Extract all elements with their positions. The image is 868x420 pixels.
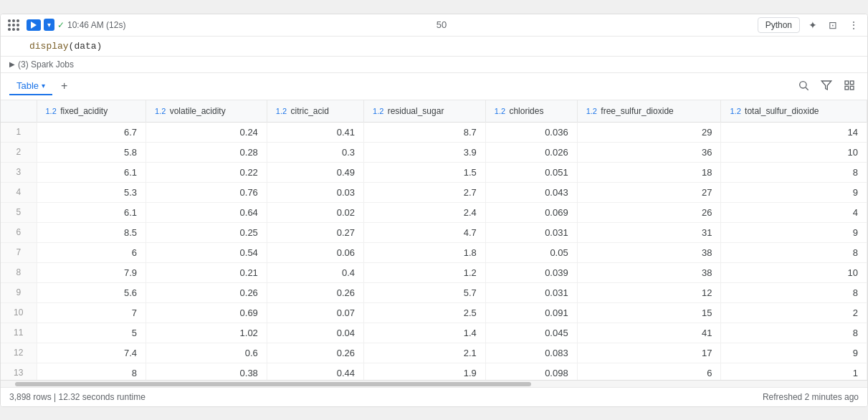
- col-label-fixed-acidity: fixed_acidity: [60, 106, 108, 116]
- col-label-residual-sugar: residual_sugar: [388, 106, 444, 116]
- data-cell: 38: [577, 242, 721, 262]
- layout-button[interactable]: [840, 77, 859, 95]
- data-cell: 0.26: [146, 282, 267, 302]
- expand-button[interactable]: ⊡: [826, 18, 840, 32]
- data-cell: 0.54: [146, 242, 267, 262]
- data-cell: 3.9: [364, 142, 486, 162]
- data-cell: 9: [721, 182, 867, 202]
- data-cell: 0.26: [267, 282, 363, 302]
- data-cell: 6.1: [37, 202, 146, 222]
- type-badge-total-sulfur: 1.2: [730, 107, 740, 115]
- col-header-citric-acid[interactable]: 1.2 citric_acid: [267, 100, 363, 123]
- data-cell: 0.026: [485, 142, 577, 162]
- data-cell: 1.2: [364, 262, 486, 282]
- horizontal-scrollbar[interactable]: [1, 380, 867, 387]
- col-label-free-sulfur: free_sulfur_dioxide: [601, 106, 673, 116]
- row-num-cell: 10: [1, 302, 37, 323]
- data-cell: 41: [577, 323, 721, 343]
- data-cell: 6: [37, 242, 146, 262]
- data-cell: 0.22: [146, 162, 267, 182]
- filter-button[interactable]: [817, 77, 836, 95]
- table-row: 1380.380.441.90.09861: [1, 363, 867, 380]
- table-row: 25.80.280.33.90.0263610: [1, 142, 867, 162]
- data-cell: 0.49: [267, 162, 363, 182]
- col-header-volatile-acidity[interactable]: 1.2 volatile_acidity: [146, 100, 267, 123]
- data-cell: 29: [577, 122, 721, 142]
- type-badge-free-sulfur: 1.2: [586, 107, 597, 115]
- data-cell: 8: [37, 363, 146, 380]
- data-cell: 0.039: [485, 262, 577, 282]
- search-button[interactable]: [794, 77, 813, 95]
- data-cell: 36: [577, 142, 721, 162]
- data-cell: 0.031: [485, 222, 577, 242]
- cell-toolbar: ▾ ✓ 10:46 AM (12s) 50 Python ✦ ⊡ ⋮: [1, 14, 867, 37]
- data-cell: 5.7: [364, 282, 486, 302]
- cell-footer: 3,898 rows | 12.32 seconds runtime Refre…: [1, 387, 867, 406]
- col-header-fixed-acidity[interactable]: 1.2 fixed_acidity: [37, 100, 146, 123]
- data-cell: 0.069: [485, 202, 577, 222]
- status-check-icon: ✓: [57, 20, 65, 30]
- row-num-cell: 13: [1, 363, 37, 380]
- spark-jobs-row[interactable]: ▶ (3) Spark Jobs: [1, 57, 867, 73]
- data-cell: 8.5: [37, 222, 146, 242]
- svg-line-1: [806, 87, 809, 90]
- data-cell: 1.4: [364, 323, 486, 343]
- type-badge-citric-acid: 1.2: [276, 107, 287, 115]
- table-row: 1151.020.041.40.045418: [1, 323, 867, 343]
- python-button[interactable]: Python: [758, 17, 800, 33]
- row-num-cell: 9: [1, 282, 37, 302]
- data-cell: 8: [721, 242, 867, 262]
- col-header-chlorides[interactable]: 1.2 chlorides: [485, 100, 577, 123]
- data-cell: 12: [577, 282, 721, 302]
- col-header-residual-sugar[interactable]: 1.2 residual_sugar: [364, 100, 486, 123]
- data-cell: 0.02: [267, 202, 363, 222]
- row-num-cell: 2: [1, 142, 37, 162]
- data-cell: 7.9: [37, 262, 146, 282]
- rows-info: 3,898 rows | 12.32 seconds runtime: [9, 392, 146, 402]
- run-options-button[interactable]: ▾: [44, 19, 54, 31]
- table-row: 87.90.210.41.20.0393810: [1, 262, 867, 282]
- more-options-button[interactable]: ⋮: [846, 18, 862, 32]
- data-cell: 5.6: [37, 282, 146, 302]
- data-cell: 0.24: [146, 122, 267, 142]
- data-cell: 0.76: [146, 182, 267, 202]
- code-parens: (data): [69, 41, 102, 52]
- data-cell: 31: [577, 222, 721, 242]
- data-cell: 2.4: [364, 202, 486, 222]
- table-row: 760.540.061.80.05388: [1, 242, 867, 262]
- data-cell: 0.036: [485, 122, 577, 142]
- data-cell: 2: [721, 302, 867, 323]
- data-cell: 8.7: [364, 122, 486, 142]
- data-cell: 0.083: [485, 343, 577, 363]
- col-header-total-sulfur[interactable]: 1.2 total_sulfur_dioxide: [721, 100, 867, 123]
- row-num-header: [1, 100, 37, 123]
- table-row: 95.60.260.265.70.031128: [1, 282, 867, 302]
- data-cell: 5: [37, 323, 146, 343]
- col-label-chlorides: chlorides: [509, 106, 543, 116]
- data-cell: 0.051: [485, 162, 577, 182]
- col-header-free-sulfur[interactable]: 1.2 free_sulfur_dioxide: [577, 100, 721, 123]
- table-tab[interactable]: Table ▾: [9, 77, 52, 95]
- table-row: 36.10.220.491.50.051188: [1, 162, 867, 182]
- type-badge-residual-sugar: 1.2: [373, 107, 383, 115]
- data-table: 1.2 fixed_acidity 1.2 volatile_acidity 1…: [1, 100, 867, 380]
- data-cell: 1.8: [364, 242, 486, 262]
- scroll-thumb[interactable]: [15, 382, 531, 386]
- sparkle-icon-button[interactable]: ✦: [806, 18, 820, 32]
- run-controls: ▾ ✓ 10:46 AM (12s): [27, 19, 125, 31]
- data-cell: 18: [577, 162, 721, 182]
- table-row: 45.30.760.032.70.043279: [1, 182, 867, 202]
- data-cell: 4.7: [364, 222, 486, 242]
- data-cell: 9: [721, 343, 867, 363]
- table-header-row: 1.2 fixed_acidity 1.2 volatile_acidity 1…: [1, 100, 867, 123]
- run-button[interactable]: [27, 19, 41, 31]
- type-badge-chlorides: 1.2: [495, 107, 505, 115]
- data-cell: 0.21: [146, 262, 267, 282]
- data-cell: 0.26: [267, 343, 363, 363]
- svg-marker-2: [821, 81, 831, 90]
- table-toolbar-right: [794, 77, 859, 95]
- grid-menu-icon[interactable]: [6, 18, 21, 32]
- svg-rect-4: [850, 81, 854, 85]
- add-tab-button[interactable]: +: [58, 80, 70, 92]
- data-cell: 0.69: [146, 302, 267, 323]
